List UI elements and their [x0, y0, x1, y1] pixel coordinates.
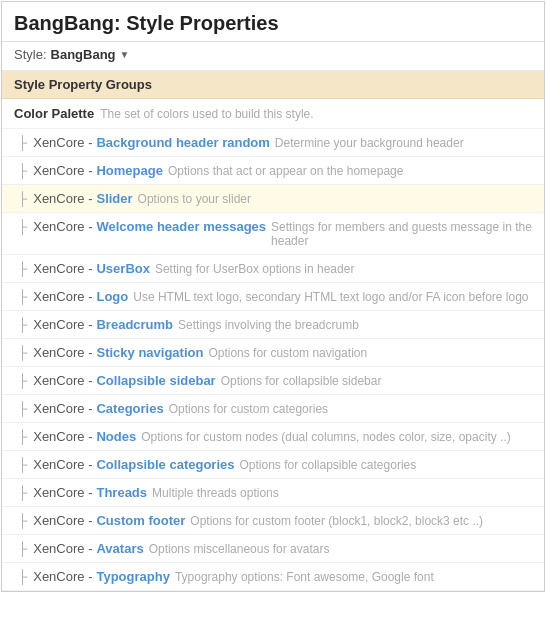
nav-item[interactable]: ├XenCore - UserBoxSetting for UserBox op… — [2, 255, 544, 283]
item-name: Breadcrumb — [96, 317, 173, 332]
nav-item[interactable]: ├XenCore - HomepageOptions that act or a… — [2, 157, 544, 185]
item-prefix: XenCore - — [33, 345, 92, 360]
item-name: Background header random — [96, 135, 269, 150]
item-prefix: XenCore - — [33, 289, 92, 304]
dropdown-icon[interactable]: ▼ — [120, 49, 130, 60]
color-palette-row[interactable]: Color Palette The set of colors used to … — [2, 99, 544, 129]
style-selector: Style: BangBang ▼ — [2, 42, 544, 71]
item-prefix: XenCore - — [33, 163, 92, 178]
arrow-icon: ├ — [18, 457, 27, 472]
page-wrapper: BangBang: Style Properties Style: BangBa… — [1, 1, 545, 592]
item-desc: Multiple threads options — [152, 486, 279, 500]
item-name: Collapsible categories — [96, 457, 234, 472]
item-prefix: XenCore - — [33, 317, 92, 332]
nav-item[interactable]: ├XenCore - LogoUse HTML text logo, secon… — [2, 283, 544, 311]
nav-item[interactable]: ├XenCore - NodesOptions for custom nodes… — [2, 423, 544, 451]
nav-item[interactable]: ├XenCore - AvatarsOptions miscellaneous … — [2, 535, 544, 563]
item-name: Threads — [96, 485, 147, 500]
item-prefix: XenCore - — [33, 191, 92, 206]
nav-item[interactable]: ├XenCore - Background header randomDeter… — [2, 129, 544, 157]
item-name: Slider — [96, 191, 132, 206]
item-desc: Options miscellaneous for avatars — [149, 542, 330, 556]
item-prefix: XenCore - — [33, 261, 92, 276]
item-prefix: XenCore - — [33, 541, 92, 556]
item-desc: Typography options: Font awesome, Google… — [175, 570, 434, 584]
nav-item[interactable]: ├XenCore - CategoriesOptions for custom … — [2, 395, 544, 423]
item-name: Homepage — [96, 163, 162, 178]
style-label: Style: — [14, 47, 47, 62]
arrow-icon: ├ — [18, 513, 27, 528]
nav-item[interactable]: ├XenCore - TypographyTypography options:… — [2, 563, 544, 591]
item-name: Categories — [96, 401, 163, 416]
arrow-icon: ├ — [18, 135, 27, 150]
item-desc: Options for custom navigation — [208, 346, 367, 360]
item-prefix: XenCore - — [33, 569, 92, 584]
arrow-icon: ├ — [18, 219, 27, 234]
arrow-icon: ├ — [18, 373, 27, 388]
item-prefix: XenCore - — [33, 373, 92, 388]
item-desc: Options that act or appear on the homepa… — [168, 164, 404, 178]
item-prefix: XenCore - — [33, 401, 92, 416]
item-desc: Options for custom footer (block1, block… — [190, 514, 483, 528]
item-desc: Use HTML text logo, secondary HTML text … — [133, 290, 528, 304]
item-desc: Settings involving the breadcrumb — [178, 318, 359, 332]
arrow-icon: ├ — [18, 317, 27, 332]
arrow-icon: ├ — [18, 401, 27, 416]
nav-item[interactable]: ├XenCore - SliderOptions to your slider — [2, 185, 544, 213]
item-prefix: XenCore - — [33, 429, 92, 444]
section-header: Style Property Groups — [2, 71, 544, 99]
arrow-icon: ├ — [18, 541, 27, 556]
item-name: Sticky navigation — [96, 345, 203, 360]
arrow-icon: ├ — [18, 429, 27, 444]
page-title: BangBang: Style Properties — [2, 2, 544, 42]
arrow-icon: ├ — [18, 191, 27, 206]
item-prefix: XenCore - — [33, 135, 92, 150]
nav-item[interactable]: ├XenCore - Custom footerOptions for cust… — [2, 507, 544, 535]
arrow-icon: ├ — [18, 345, 27, 360]
color-palette-name: Color Palette — [14, 106, 94, 121]
nav-list: ├XenCore - Background header randomDeter… — [2, 129, 544, 591]
item-desc: Options for collapsible sidebar — [221, 374, 382, 388]
nav-item[interactable]: ├XenCore - BreadcrumbSettings involving … — [2, 311, 544, 339]
item-name: Welcome header messages — [96, 219, 266, 234]
item-name: Custom footer — [96, 513, 185, 528]
arrow-icon: ├ — [18, 569, 27, 584]
item-name: Typography — [96, 569, 169, 584]
item-name: Collapsible sidebar — [96, 373, 215, 388]
nav-item[interactable]: ├XenCore - Sticky navigationOptions for … — [2, 339, 544, 367]
nav-item[interactable]: ├XenCore - ThreadsMultiple threads optio… — [2, 479, 544, 507]
arrow-icon: ├ — [18, 163, 27, 178]
item-prefix: XenCore - — [33, 513, 92, 528]
arrow-icon: ├ — [18, 485, 27, 500]
item-desc: Determine your background header — [275, 136, 464, 150]
item-name: Logo — [96, 289, 128, 304]
nav-item[interactable]: ├XenCore - Collapsible sidebarOptions fo… — [2, 367, 544, 395]
item-name: UserBox — [96, 261, 149, 276]
nav-item[interactable]: ├XenCore - Collapsible categoriesOptions… — [2, 451, 544, 479]
item-desc: Options for custom categories — [169, 402, 328, 416]
item-desc: Setting for UserBox options in header — [155, 262, 354, 276]
item-desc: Options for collapsible categories — [239, 458, 416, 472]
item-prefix: XenCore - — [33, 219, 92, 234]
style-name: BangBang — [51, 47, 116, 62]
item-prefix: XenCore - — [33, 485, 92, 500]
arrow-icon: ├ — [18, 289, 27, 304]
item-desc: Settings for members and guests message … — [271, 220, 532, 248]
item-name: Nodes — [96, 429, 136, 444]
item-desc: Options for custom nodes (dual columns, … — [141, 430, 511, 444]
color-palette-desc: The set of colors used to build this sty… — [100, 107, 313, 121]
nav-item[interactable]: ├XenCore - Welcome header messagesSettin… — [2, 213, 544, 255]
arrow-icon: ├ — [18, 261, 27, 276]
item-prefix: XenCore - — [33, 457, 92, 472]
item-desc: Options to your slider — [138, 192, 251, 206]
item-name: Avatars — [96, 541, 143, 556]
